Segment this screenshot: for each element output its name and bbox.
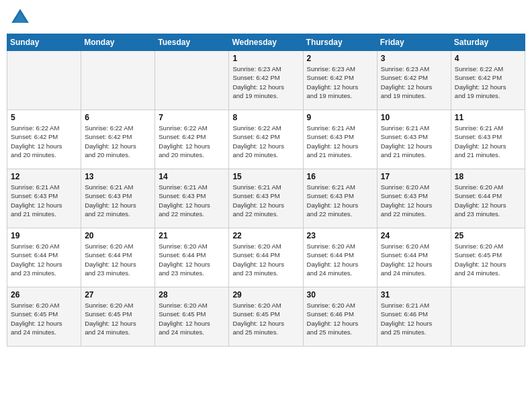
- calendar-cell: 11Sunrise: 6:21 AM Sunset: 6:43 PM Dayli…: [451, 110, 525, 169]
- day-of-week-header: Thursday: [303, 34, 377, 51]
- day-number: 8: [232, 113, 299, 122]
- page-header: [7, 7, 525, 28]
- day-number: 18: [455, 172, 521, 181]
- calendar-week-row: 12Sunrise: 6:21 AM Sunset: 6:43 PM Dayli…: [7, 169, 525, 228]
- calendar-cell: 4Sunrise: 6:22 AM Sunset: 6:42 PM Daylig…: [451, 51, 525, 110]
- calendar-cell: 6Sunrise: 6:22 AM Sunset: 6:42 PM Daylig…: [81, 110, 155, 169]
- day-number: 6: [85, 113, 151, 122]
- day-info: Sunrise: 6:21 AM Sunset: 6:43 PM Dayligh…: [232, 183, 299, 218]
- day-number: 22: [232, 231, 299, 240]
- day-number: 14: [159, 172, 225, 181]
- day-info: Sunrise: 6:23 AM Sunset: 6:42 PM Dayligh…: [232, 64, 299, 100]
- day-of-week-header: Sunday: [7, 34, 81, 51]
- calendar-cell: 28Sunrise: 6:20 AM Sunset: 6:45 PM Dayli…: [155, 287, 229, 347]
- calendar-cell: 14Sunrise: 6:21 AM Sunset: 6:43 PM Dayli…: [155, 169, 229, 228]
- calendar-cell: 2Sunrise: 6:23 AM Sunset: 6:42 PM Daylig…: [303, 51, 377, 110]
- calendar-cell: 23Sunrise: 6:20 AM Sunset: 6:44 PM Dayli…: [303, 228, 377, 287]
- day-number: 28: [159, 290, 225, 300]
- day-info: Sunrise: 6:20 AM Sunset: 6:45 PM Dayligh…: [85, 301, 151, 336]
- day-info: Sunrise: 6:23 AM Sunset: 6:42 PM Dayligh…: [381, 64, 447, 100]
- day-number: 25: [455, 231, 521, 240]
- day-info: Sunrise: 6:22 AM Sunset: 6:42 PM Dayligh…: [85, 124, 151, 159]
- logo-icon: [9, 7, 31, 28]
- day-info: Sunrise: 6:20 AM Sunset: 6:44 PM Dayligh…: [381, 242, 447, 277]
- calendar-cell: 13Sunrise: 6:21 AM Sunset: 6:43 PM Dayli…: [81, 169, 155, 228]
- day-number: 2: [307, 54, 373, 63]
- calendar-cell: 12Sunrise: 6:21 AM Sunset: 6:43 PM Dayli…: [7, 169, 81, 228]
- day-number: 9: [307, 113, 373, 122]
- day-info: Sunrise: 6:21 AM Sunset: 6:43 PM Dayligh…: [307, 183, 373, 218]
- day-info: Sunrise: 6:21 AM Sunset: 6:43 PM Dayligh…: [159, 183, 225, 218]
- day-number: 1: [232, 54, 299, 63]
- calendar-cell: 29Sunrise: 6:20 AM Sunset: 6:45 PM Dayli…: [229, 287, 303, 347]
- day-info: Sunrise: 6:20 AM Sunset: 6:43 PM Dayligh…: [381, 183, 447, 218]
- day-number: 31: [381, 290, 447, 300]
- calendar-week-row: 19Sunrise: 6:20 AM Sunset: 6:44 PM Dayli…: [7, 228, 525, 287]
- day-number: 5: [11, 113, 77, 122]
- day-number: 12: [11, 172, 77, 181]
- day-number: 11: [455, 113, 521, 122]
- calendar-header-row: SundayMondayTuesdayWednesdayThursdayFrid…: [7, 34, 525, 51]
- day-number: 4: [455, 54, 521, 63]
- day-of-week-header: Monday: [81, 34, 155, 51]
- calendar-cell: 10Sunrise: 6:21 AM Sunset: 6:43 PM Dayli…: [377, 110, 451, 169]
- day-info: Sunrise: 6:21 AM Sunset: 6:43 PM Dayligh…: [307, 124, 373, 159]
- day-info: Sunrise: 6:20 AM Sunset: 6:45 PM Dayligh…: [11, 301, 77, 336]
- day-number: 30: [307, 290, 373, 300]
- day-number: 10: [381, 113, 447, 122]
- day-info: Sunrise: 6:20 AM Sunset: 6:44 PM Dayligh…: [455, 183, 521, 218]
- day-info: Sunrise: 6:20 AM Sunset: 6:44 PM Dayligh…: [11, 242, 77, 277]
- day-number: 23: [307, 231, 373, 240]
- calendar-cell: 20Sunrise: 6:20 AM Sunset: 6:44 PM Dayli…: [81, 228, 155, 287]
- day-of-week-header: Saturday: [451, 34, 525, 51]
- day-number: 29: [232, 290, 299, 300]
- calendar-cell: 3Sunrise: 6:23 AM Sunset: 6:42 PM Daylig…: [377, 51, 451, 110]
- day-number: 26: [11, 290, 77, 300]
- calendar-cell: 8Sunrise: 6:22 AM Sunset: 6:42 PM Daylig…: [229, 110, 303, 169]
- day-info: Sunrise: 6:20 AM Sunset: 6:44 PM Dayligh…: [307, 242, 373, 277]
- calendar-table: SundayMondayTuesdayWednesdayThursdayFrid…: [7, 34, 525, 347]
- day-number: 3: [381, 54, 447, 63]
- calendar-cell: 30Sunrise: 6:20 AM Sunset: 6:46 PM Dayli…: [303, 287, 377, 347]
- day-number: 16: [307, 172, 373, 181]
- day-number: 7: [159, 113, 225, 122]
- calendar-cell: [155, 51, 229, 110]
- day-info: Sunrise: 6:20 AM Sunset: 6:44 PM Dayligh…: [232, 242, 299, 277]
- day-info: Sunrise: 6:22 AM Sunset: 6:42 PM Dayligh…: [455, 64, 521, 100]
- day-info: Sunrise: 6:20 AM Sunset: 6:44 PM Dayligh…: [85, 242, 151, 277]
- day-number: 20: [85, 231, 151, 240]
- day-number: 17: [381, 172, 447, 181]
- day-of-week-header: Wednesday: [229, 34, 303, 51]
- calendar-cell: 27Sunrise: 6:20 AM Sunset: 6:45 PM Dayli…: [81, 287, 155, 347]
- calendar-cell: 22Sunrise: 6:20 AM Sunset: 6:44 PM Dayli…: [229, 228, 303, 287]
- calendar-cell: 24Sunrise: 6:20 AM Sunset: 6:44 PM Dayli…: [377, 228, 451, 287]
- day-info: Sunrise: 6:20 AM Sunset: 6:46 PM Dayligh…: [307, 301, 373, 336]
- day-info: Sunrise: 6:21 AM Sunset: 6:46 PM Dayligh…: [381, 301, 447, 336]
- calendar-cell: 19Sunrise: 6:20 AM Sunset: 6:44 PM Dayli…: [7, 228, 81, 287]
- calendar-cell: 21Sunrise: 6:20 AM Sunset: 6:44 PM Dayli…: [155, 228, 229, 287]
- calendar-cell: 5Sunrise: 6:22 AM Sunset: 6:42 PM Daylig…: [7, 110, 81, 169]
- day-info: Sunrise: 6:21 AM Sunset: 6:43 PM Dayligh…: [85, 183, 151, 218]
- day-info: Sunrise: 6:22 AM Sunset: 6:42 PM Dayligh…: [11, 124, 77, 159]
- calendar-cell: 26Sunrise: 6:20 AM Sunset: 6:45 PM Dayli…: [7, 287, 81, 347]
- day-info: Sunrise: 6:21 AM Sunset: 6:43 PM Dayligh…: [381, 124, 447, 159]
- calendar-cell: [81, 51, 155, 110]
- calendar-week-row: 1Sunrise: 6:23 AM Sunset: 6:42 PM Daylig…: [7, 51, 525, 110]
- calendar-cell: 25Sunrise: 6:20 AM Sunset: 6:45 PM Dayli…: [451, 228, 525, 287]
- calendar-cell: [451, 287, 525, 347]
- day-of-week-header: Tuesday: [155, 34, 229, 51]
- logo: [9, 7, 34, 28]
- day-number: 27: [85, 290, 151, 300]
- calendar-cell: 1Sunrise: 6:23 AM Sunset: 6:42 PM Daylig…: [229, 51, 303, 110]
- calendar-week-row: 5Sunrise: 6:22 AM Sunset: 6:42 PM Daylig…: [7, 110, 525, 169]
- day-number: 13: [85, 172, 151, 181]
- day-info: Sunrise: 6:21 AM Sunset: 6:43 PM Dayligh…: [11, 183, 77, 218]
- calendar-cell: 7Sunrise: 6:22 AM Sunset: 6:42 PM Daylig…: [155, 110, 229, 169]
- calendar-cell: [7, 51, 81, 110]
- calendar-cell: 18Sunrise: 6:20 AM Sunset: 6:44 PM Dayli…: [451, 169, 525, 228]
- day-number: 21: [159, 231, 225, 240]
- day-info: Sunrise: 6:20 AM Sunset: 6:45 PM Dayligh…: [232, 301, 299, 336]
- calendar-cell: 9Sunrise: 6:21 AM Sunset: 6:43 PM Daylig…: [303, 110, 377, 169]
- day-info: Sunrise: 6:21 AM Sunset: 6:43 PM Dayligh…: [455, 124, 521, 159]
- calendar-week-row: 26Sunrise: 6:20 AM Sunset: 6:45 PM Dayli…: [7, 287, 525, 347]
